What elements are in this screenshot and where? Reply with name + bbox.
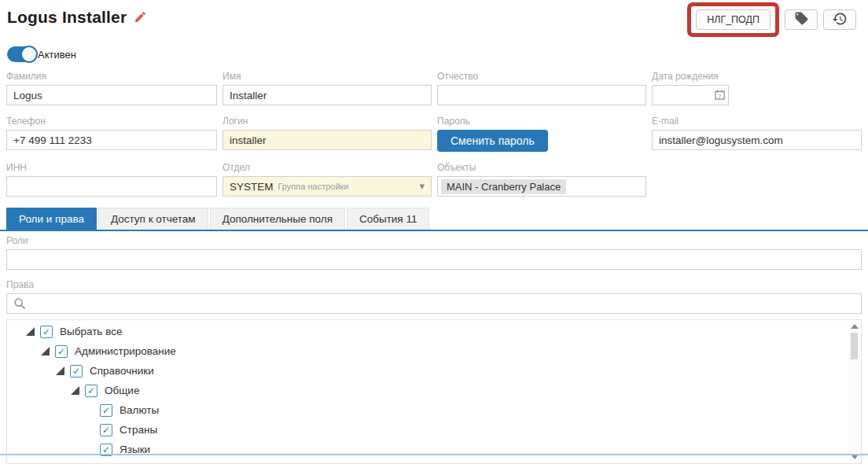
- inn-input[interactable]: [6, 176, 217, 197]
- history-icon: [832, 11, 848, 29]
- tree-item-countries[interactable]: Страны: [7, 420, 861, 440]
- tree-scrollbar[interactable]: [848, 321, 860, 462]
- tags-button[interactable]: [785, 9, 818, 30]
- collapse-triangle-icon[interactable]: [41, 347, 50, 355]
- user-form: Фамилия Имя Отчество Дата рождения 7 Тел…: [0, 71, 868, 207]
- department-label: Отдел: [223, 162, 432, 173]
- field-department: Отдел SYSTEM Группа настройки: [223, 162, 432, 197]
- field-birthdate: Дата рождения 7: [652, 71, 862, 105]
- middlename-input[interactable]: [437, 85, 646, 105]
- firstname-input[interactable]: [223, 85, 432, 105]
- tag-icon: [794, 11, 809, 28]
- field-lastname: Фамилия: [6, 71, 217, 105]
- birthdate-label: Дата рождения: [652, 71, 862, 82]
- permissions-tree: Выбрать все Администрирование Справочник…: [6, 319, 862, 464]
- tab-events[interactable]: События 11: [347, 208, 430, 230]
- tree-item-administration[interactable]: Администрирование: [7, 341, 861, 361]
- email-label: E-mail: [652, 116, 862, 127]
- field-email: E-mail: [652, 116, 862, 152]
- field-login: Логин: [223, 116, 432, 152]
- department-value: SYSTEM: [230, 181, 274, 193]
- checkbox[interactable]: [100, 424, 112, 436]
- rights-section: Права: [0, 279, 868, 314]
- tree-item-label: Справочники: [90, 365, 154, 377]
- collapse-triangle-icon[interactable]: [56, 366, 64, 375]
- lastname-label: Фамилия: [6, 71, 217, 82]
- lastname-input[interactable]: [6, 85, 217, 105]
- active-toggle[interactable]: [7, 46, 36, 62]
- checkbox[interactable]: [85, 385, 97, 397]
- tab-bar: Роли и права Доступ к отчетам Дополнител…: [0, 208, 868, 231]
- middlename-label: Отчество: [437, 71, 646, 82]
- checkbox[interactable]: [55, 345, 68, 358]
- object-chip[interactable]: MAIN - Cranberry Palace: [441, 179, 566, 194]
- field-password: Пароль Сменить пароль: [437, 116, 646, 152]
- calendar-icon[interactable]: 7: [715, 90, 725, 100]
- tree-item-select-all[interactable]: Выбрать все: [7, 322, 861, 341]
- bottom-divider: [0, 454, 868, 455]
- phone-label: Телефон: [6, 116, 217, 127]
- collapse-triangle-icon[interactable]: [71, 386, 79, 395]
- tree-item-languages[interactable]: Языки: [7, 440, 861, 459]
- checkbox[interactable]: [100, 404, 112, 417]
- tab-additional-fields[interactable]: Дополнительные поля: [210, 208, 345, 230]
- roles-input[interactable]: [6, 249, 862, 270]
- login-label: Логин: [223, 116, 432, 127]
- field-firstname: Имя: [223, 71, 432, 105]
- change-password-button[interactable]: Сменить пароль: [437, 130, 548, 152]
- tree-item-label: Валюты: [120, 404, 159, 416]
- edit-pencil-icon[interactable]: [134, 10, 147, 27]
- annotation-highlight-box: НЛГ_ПОДП: [687, 2, 779, 37]
- tab-report-access[interactable]: Доступ к отчетам: [98, 208, 208, 230]
- login-input[interactable]: [223, 130, 432, 150]
- nlg-podp-button[interactable]: НЛГ_ПОДП: [696, 9, 771, 30]
- tree-item-label: Страны: [120, 424, 157, 436]
- tab-roles-rights[interactable]: Роли и права: [6, 208, 97, 230]
- active-toggle-row: Активен: [7, 46, 868, 62]
- rights-label: Права: [6, 279, 862, 290]
- inn-label: ИНН: [6, 162, 217, 173]
- email-input[interactable]: [652, 130, 862, 150]
- tree-item-partial[interactable]: [7, 459, 861, 464]
- header-actions: НЛГ_ПОДП: [687, 2, 856, 37]
- scroll-up-icon[interactable]: [851, 324, 859, 329]
- tree-item-label: Администрирование: [75, 345, 176, 357]
- password-label: Пароль: [437, 116, 646, 127]
- tree-item-label: Общие: [105, 385, 139, 396]
- tree-item-currencies[interactable]: Валюты: [7, 400, 861, 420]
- checkbox[interactable]: [40, 326, 53, 338]
- department-hint: Группа настройки: [278, 182, 349, 191]
- page-title: Logus Installer: [7, 8, 127, 27]
- firstname-label: Имя: [223, 71, 432, 82]
- field-phone: Телефон: [6, 116, 217, 152]
- active-toggle-label: Активен: [38, 49, 76, 61]
- objects-label: Объекты: [437, 162, 646, 173]
- collapse-triangle-icon[interactable]: [26, 327, 35, 336]
- scrollbar-thumb[interactable]: [851, 333, 858, 359]
- objects-input[interactable]: MAIN - Cranberry Palace: [437, 176, 646, 197]
- checkbox[interactable]: [70, 365, 83, 377]
- field-objects: Объекты MAIN - Cranberry Palace: [437, 162, 646, 197]
- field-middlename: Отчество: [437, 71, 646, 105]
- svg-text:7: 7: [719, 94, 722, 99]
- history-button[interactable]: [823, 9, 856, 30]
- toggle-knob: [20, 46, 38, 63]
- tree-item-label: Выбрать все: [60, 326, 122, 337]
- search-icon: [13, 297, 26, 310]
- phone-input[interactable]: [6, 130, 217, 150]
- tree-item-common[interactable]: Общие: [7, 381, 861, 400]
- field-inn: ИНН: [6, 162, 217, 197]
- roles-section: Роли: [0, 235, 868, 270]
- tree-item-directories[interactable]: Справочники: [7, 361, 861, 381]
- rights-search-input[interactable]: [6, 293, 862, 314]
- roles-label: Роли: [6, 235, 862, 246]
- department-select[interactable]: SYSTEM Группа настройки: [223, 176, 432, 197]
